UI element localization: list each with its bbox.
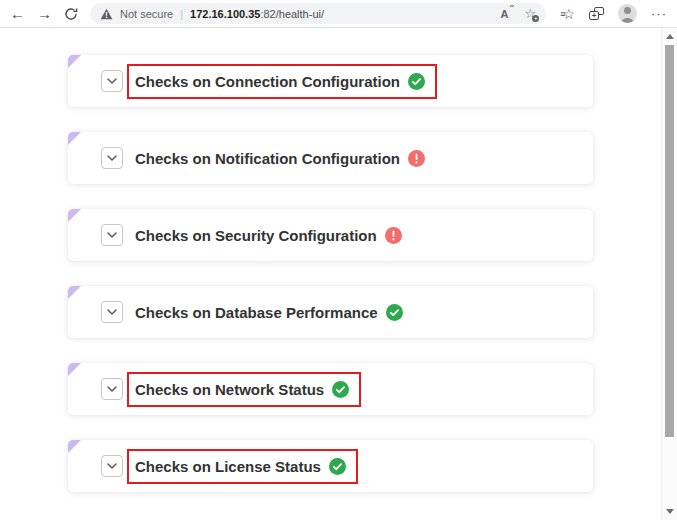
panel-connection-configuration[interactable]: Checks on Connection Configuration <box>68 55 593 107</box>
expand-toggle-button[interactable] <box>101 455 123 477</box>
check-circle-icon <box>386 304 403 321</box>
panel-corner-fold <box>68 440 81 453</box>
collections-front-card: + <box>589 11 599 20</box>
url-text: 172.16.100.35:82/health-ui/ <box>190 8 324 20</box>
expand-toggle-button[interactable] <box>101 147 123 169</box>
chevron-down-icon <box>107 78 117 84</box>
address-bar-actions: A ☆+ <box>501 7 537 20</box>
favorite-badge-icon: + <box>532 15 539 22</box>
exclamation-circle-icon <box>385 227 402 244</box>
health-ui-page: Checks on Connection Configuration Check… <box>0 28 661 520</box>
panel-network-status[interactable]: Checks on Network Status <box>68 363 593 415</box>
url-path: :82/health-ui/ <box>260 8 324 20</box>
expand-toggle-button[interactable] <box>101 378 123 400</box>
back-icon[interactable]: ← <box>10 6 25 21</box>
address-bar[interactable]: Not secure | 172.16.100.35:82/health-ui/… <box>90 3 546 24</box>
vertical-scrollbar[interactable] <box>661 28 677 520</box>
chevron-down-icon <box>107 309 117 315</box>
check-circle-icon <box>408 73 425 90</box>
panel-title: Checks on Notification Configuration <box>135 150 400 167</box>
scroll-up-icon[interactable] <box>666 34 674 39</box>
panel-database-performance[interactable]: Checks on Database Performance <box>68 286 593 338</box>
chevron-down-icon <box>107 232 117 238</box>
highlight-annotation-box: Checks on Network Status <box>127 372 361 407</box>
not-secure-label: Not secure <box>120 8 173 20</box>
chevron-down-icon <box>107 155 117 161</box>
expand-toggle-button[interactable] <box>101 70 123 92</box>
expand-toggle-button[interactable] <box>101 224 123 246</box>
highlight-annotation-box: Checks on Connection Configuration <box>127 64 437 99</box>
settings-menu-icon[interactable]: ··· <box>651 6 667 21</box>
panel-security-configuration[interactable]: Checks on Security Configuration <box>68 209 593 261</box>
panel-title: Checks on Connection Configuration <box>135 73 400 90</box>
panel-title-row: Checks on Notification Configuration <box>127 141 437 176</box>
browser-window: ← → Not secure | 172.16.100.35:82/health… <box>0 0 677 520</box>
scrollbar-thumb[interactable] <box>665 45 674 437</box>
toolbar-right-actions: ≡☆ + ··· <box>558 4 669 23</box>
star-icon: ☆ <box>562 6 575 22</box>
panel-notification-configuration[interactable]: Checks on Notification Configuration <box>68 132 593 184</box>
panel-license-status[interactable]: Checks on License Status <box>68 440 593 492</box>
panel-title-row: Checks on Security Configuration <box>127 218 414 253</box>
check-circle-icon <box>329 458 346 475</box>
highlight-annotation-box: Checks on License Status <box>127 449 358 484</box>
panel-corner-fold <box>68 209 81 222</box>
panel-title: Checks on Database Performance <box>135 304 378 321</box>
panel-corner-fold <box>68 363 81 376</box>
read-aloud-icon[interactable]: A <box>501 8 513 20</box>
profile-avatar[interactable] <box>618 4 637 23</box>
exclamation-circle-icon <box>408 150 425 167</box>
scroll-down-icon[interactable] <box>666 509 674 514</box>
check-circle-icon <box>332 381 349 398</box>
panel-corner-fold <box>68 132 81 145</box>
chevron-down-icon <box>107 386 117 392</box>
address-separator: | <box>180 8 183 20</box>
refresh-icon[interactable] <box>64 7 78 21</box>
panel-title-row: Checks on Database Performance <box>127 295 415 330</box>
collections-icon[interactable]: + <box>589 7 604 20</box>
not-secure-warning-icon[interactable] <box>100 8 113 20</box>
forward-icon[interactable]: → <box>37 6 52 21</box>
panel-corner-fold <box>68 55 81 68</box>
panel-title: Checks on Security Configuration <box>135 227 377 244</box>
panel-title: Checks on License Status <box>135 458 321 475</box>
add-favorite-icon[interactable]: ☆+ <box>525 7 537 20</box>
favorites-icon[interactable]: ≡☆ <box>560 6 575 22</box>
browser-toolbar: ← → Not secure | 172.16.100.35:82/health… <box>0 0 677 28</box>
url-host: 172.16.100.35 <box>190 8 260 20</box>
panel-corner-fold <box>68 286 81 299</box>
chevron-down-icon <box>107 463 117 469</box>
expand-toggle-button[interactable] <box>101 301 123 323</box>
panel-title: Checks on Network Status <box>135 381 324 398</box>
